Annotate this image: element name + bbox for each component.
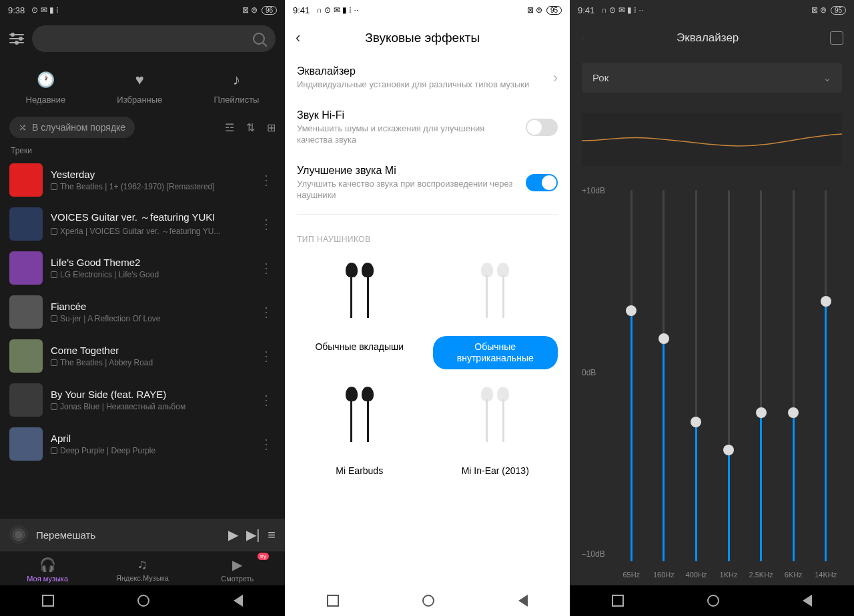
eq-band-0[interactable]: 65Hz [615,186,648,579]
album-art [9,427,43,461]
more-icon[interactable]: ⋮ [257,260,276,276]
track-row[interactable]: April Deep Purple | Deep Purple ⋮ [0,422,285,466]
home-button[interactable] [137,595,149,607]
track-row[interactable]: Fiancée Su-jer | A Reflection Of Love ⋮ [0,290,285,334]
headphone-option-3[interactable]: Mi In-Ear (2013) [433,380,558,482]
headphone-option-0[interactable]: Обычные вкладыши [297,256,422,369]
status-time: 9:41 [578,5,594,15]
checklist-icon[interactable]: ☲ [225,121,234,134]
status-bar: 9:41 ∩ ⊙ ✉ ▮ ⁞ ·· ⊠ ⊚ 95 [285,0,570,20]
grid-icon[interactable]: ⊞ [267,121,276,134]
toggle-2[interactable] [526,174,558,191]
eq-band-2[interactable]: 400Hz [680,186,713,579]
status-time: 9:41 [293,5,310,15]
play-icon[interactable]: ▶ [228,527,238,543]
track-row[interactable]: Come Together The Beatles | Abbey Road ⋮ [0,334,285,378]
fullscreen-icon[interactable] [830,31,843,45]
settings-icon[interactable] [9,34,24,43]
eq-curve [582,113,842,166]
back-button[interactable] [518,595,528,607]
sound-effects-screen: 9:41 ∩ ⊙ ✉ ▮ ⁞ ·· ⊠ ⊚ 95 ‹ Звуковые эффе… [285,0,570,616]
headphone-section: ТИП НАУШНИКОВ [285,219,570,249]
setting-row-0[interactable]: Эквалайзер Индивидуальные установки для … [285,56,570,100]
headphone-option-2[interactable]: Mi Earbuds [297,380,422,482]
status-bar: 9:38 ⊙ ✉ ▮ ⁞ ⊠ ⊚ 96 [0,0,285,20]
system-nav [285,585,570,616]
eq-band-3[interactable]: 1KHz [713,186,745,579]
next-icon[interactable]: ▶| [246,527,260,543]
album-art [9,383,43,417]
home-button[interactable] [422,595,434,607]
setting-row-1[interactable]: Звук Hi-Fi Уменьшить шумы и искажения дл… [285,100,570,155]
section-tracks: Треки [0,143,285,158]
now-playing-bar[interactable]: Перемешать ▶ ▶| ≡ [0,519,285,551]
disc-icon [9,525,28,544]
search-input[interactable] [32,25,276,52]
back-icon[interactable]: ‹ [296,29,300,47]
shuffle-icon: ⤮ [19,122,27,133]
nav-0[interactable]: 🎧Моя музыка [0,551,95,585]
more-icon[interactable]: ⋮ [257,436,276,452]
chevron-down-icon: ⌄ [823,73,831,83]
setting-row-2[interactable]: Улучшение звука Mi Улучшить качество зву… [285,155,570,211]
album-art [9,339,43,373]
search-icon [253,33,265,45]
eq-band-1[interactable]: 160Hz [648,186,681,579]
page-title: Эквалайзер [585,31,830,45]
recents-button[interactable] [612,595,624,607]
status-bar: 9:41 ∩ ⊙ ✉ ▮ ⁞ ·· ⊠ ⊚ 95 [570,0,854,20]
track-row[interactable]: By Your Side (feat. RAYE) Jonas Blue | Н… [0,378,285,422]
nav-1[interactable]: ♫Яндекс.Музыка [95,551,189,585]
track-row[interactable]: Yesterday The Beatles | 1+ (1962-1970) [… [0,158,285,202]
status-time: 9:38 [8,5,25,15]
more-icon[interactable]: ⋮ [257,392,276,408]
sort-icon[interactable]: ⇅ [246,121,255,134]
eq-band-4[interactable]: 2.5KHz [745,186,777,579]
album-art [9,295,43,329]
equalizer-screen: 9:41 ∩ ⊙ ✉ ▮ ⁞ ·· ⊠ ⊚ 95 ‹ Эквалайзер Ро… [570,0,854,616]
track-row[interactable]: Life's Good Theme2 LG Electronics | Life… [0,246,285,290]
system-nav [570,585,854,616]
preset-dropdown[interactable]: Рок ⌄ [582,63,842,93]
more-icon[interactable]: ⋮ [257,304,276,320]
toggle-1[interactable] [526,119,558,136]
recents-button[interactable] [42,595,54,607]
back-icon[interactable]: ‹ [580,29,585,47]
eq-band-6[interactable]: 14KHz [809,186,842,579]
headphone-option-1[interactable]: Обычные внутриканальные [433,256,558,369]
album-art [9,207,43,241]
music-player-screen: 9:38 ⊙ ✉ ▮ ⁞ ⊠ ⊚ 96 🕐Недавние♥Избранные♪… [0,0,285,616]
system-nav [0,585,285,616]
shuffle-button[interactable]: ⤮ В случайном порядке [9,117,135,138]
home-button[interactable] [707,595,719,607]
category-1[interactable]: ♥Избранные [117,71,162,105]
eq-band-5[interactable]: 6KHz [777,186,810,579]
back-button[interactable] [803,595,812,607]
category-0[interactable]: 🕐Недавние [26,71,66,105]
more-icon[interactable]: ⋮ [257,172,276,188]
queue-icon[interactable]: ≡ [268,527,276,543]
more-icon[interactable]: ⋮ [257,216,276,232]
recents-button[interactable] [327,595,339,607]
chevron-right-icon: › [553,69,558,87]
track-row[interactable]: VOICES Guitar ver. ～featuring YUKI Xperi… [0,202,285,246]
album-art [9,251,43,285]
page-title: Звуковые эффекты [300,31,544,45]
category-2[interactable]: ♪Плейлисты [214,71,259,105]
back-button[interactable] [234,595,243,607]
nav-2[interactable]: try ▶Смотреть [190,551,285,585]
album-art [9,163,43,197]
more-icon[interactable]: ⋮ [257,348,276,364]
